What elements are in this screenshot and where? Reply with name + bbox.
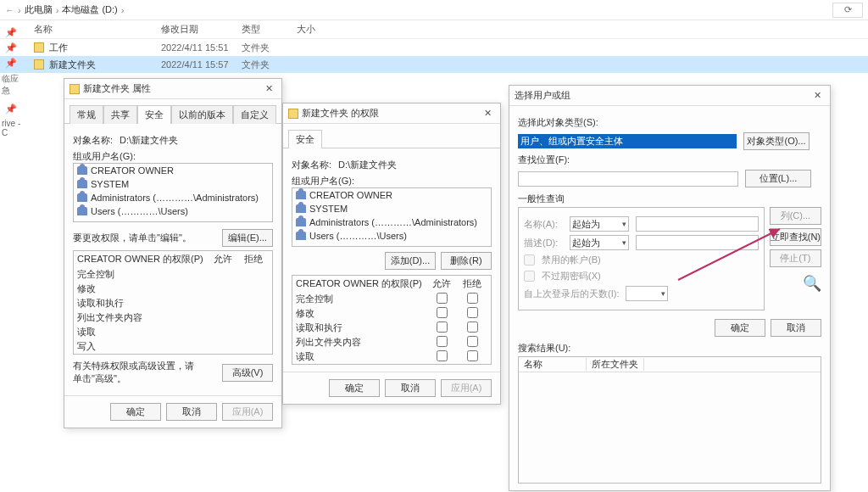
tab-security[interactable]: 安全 [137,105,171,124]
tab-security[interactable]: 安全 [288,130,322,148]
deny-check[interactable] [467,336,478,347]
allow-check[interactable] [437,350,448,361]
tab-prev[interactable]: 以前的版本 [171,105,233,124]
ok-button[interactable]: 确定 [715,319,765,337]
users-icon [77,207,87,215]
obj-type-label: 选择此对象类型(S): [518,116,821,129]
obj-type-value[interactable]: 用户、组或内置安全主体 [518,134,737,148]
col-size[interactable]: 大小 [297,23,348,36]
cancel-button[interactable]: 取消 [771,319,821,337]
location-button[interactable]: 位置(L)... [745,170,811,187]
tabs[interactable]: 安全 [283,124,500,148]
allow-check[interactable] [437,293,448,304]
col-type[interactable]: 类型 [242,23,297,36]
column-headers[interactable]: 名称 修改日期 类型 大小 [0,20,868,39]
pin-icon: 📌 [5,58,14,66]
col-folder[interactable]: 所在文件夹 [587,358,644,371]
list-item[interactable]: Users (…………\Users) [74,204,272,218]
cancel-button[interactable]: 取消 [166,403,217,421]
find-now-button[interactable]: 立即查找(N) [770,228,821,246]
results-list[interactable]: 名称 所在文件夹 [518,356,821,484]
file-row[interactable]: 新建文件夹 2022/4/11 15:57 文件夹 [0,56,868,73]
titlebar[interactable]: 选择用户或组 ✕ [509,86,830,106]
edit-button[interactable]: 编辑(E)... [222,229,273,247]
close-icon[interactable]: ✕ [261,83,276,94]
nav-back-icon[interactable]: ← [5,5,14,15]
list-item[interactable]: CREATOR OWNER [74,164,272,177]
deny-check[interactable] [467,293,478,304]
tabs[interactable]: 常规 共享 安全 以前的版本 自定义 [64,99,281,124]
obj-type-button[interactable]: 对象类型(O)... [743,132,810,150]
columns-button[interactable]: 列(C)... [770,207,821,225]
dlg-select-users[interactable]: 选择用户或组 ✕ 选择此对象类型(S): 用户、组或内置安全主体 对象类型(O)… [509,85,831,491]
breadcrumb-item[interactable]: 本地磁盘 (D:) [62,3,117,16]
close-icon[interactable]: ✕ [480,108,495,119]
dlg-permissions[interactable]: 新建文件夹 的权限 ✕ 安全 对象名称: D:\新建文件夹 组或用户名(G): … [282,103,501,405]
name-input[interactable] [636,216,759,232]
results-label: 搜索结果(U): [518,342,821,355]
name-match-select[interactable]: 起始为▾ [570,216,629,232]
days-select[interactable]: ▾ [626,286,668,301]
col-modified[interactable]: 修改日期 [161,23,242,36]
dlg-title: 选择用户或组 [515,89,570,102]
permissions-table: CREATOR OWNER 的权限(P) 允许 拒绝 完全控制 修改 读取和执行… [73,250,273,355]
group-list[interactable]: CREATOR OWNER SYSTEM Administrators (………… [292,187,492,247]
location-input[interactable] [518,171,738,187]
location-label: 查找位置(F): [518,154,821,166]
ok-button[interactable]: 确定 [329,379,380,397]
list-item[interactable]: Administrators (…………\Administrators) [292,215,491,229]
apply-button[interactable]: 应用(A) [222,403,273,421]
nav-fragment: rive - C [2,119,25,137]
chevron-down-icon: ▾ [661,289,665,298]
allow-check[interactable] [437,321,448,333]
disabled-accounts-label: 禁用的帐户(B) [542,254,601,266]
advanced-button[interactable]: 高级(V) [222,364,273,382]
dlg-title: 新建文件夹 属性 [83,82,151,95]
breadcrumb-item[interactable]: 此电脑 [25,3,53,16]
deny-check[interactable] [467,350,478,361]
col-name[interactable]: 名称 [34,23,161,36]
noexpire-check[interactable] [524,271,535,282]
folder-icon [34,59,44,70]
desc-input[interactable] [636,235,759,250]
days-label: 自上次登录后的天数(I): [524,288,619,300]
col-name[interactable]: 名称 [519,358,587,371]
allow-check[interactable] [437,336,448,347]
users-icon [77,193,87,202]
deny-check[interactable] [467,321,478,333]
list-item[interactable]: Users (…………\Users) [292,229,491,243]
ok-button[interactable]: 确定 [110,403,161,421]
file-list[interactable]: 工作 2022/4/11 15:51 文件夹 新建文件夹 2022/4/11 1… [0,39,868,73]
disabled-accounts-check[interactable] [524,254,535,266]
titlebar[interactable]: 新建文件夹 属性 ✕ [64,79,281,99]
file-row[interactable]: 工作 2022/4/11 15:51 文件夹 [0,39,868,56]
list-item[interactable]: SYSTEM [292,202,491,215]
cancel-button[interactable]: 取消 [385,379,436,397]
pin-icon: 📌 [5,103,14,112]
allow-check[interactable] [437,307,448,318]
tab-custom[interactable]: 自定义 [233,105,276,124]
desc-match-select[interactable]: 起始为▾ [570,235,629,250]
tab-general[interactable]: 常规 [70,105,103,124]
list-item[interactable]: SYSTEM [74,177,272,191]
users-icon [77,180,87,188]
file-type: 文件夹 [242,42,297,54]
remove-button[interactable]: 删除(R) [441,252,492,270]
deny-check[interactable] [467,307,478,318]
list-item[interactable]: Administrators (…………\Administrators) [74,191,272,204]
add-button[interactable]: 添加(D)... [385,252,436,270]
object-label: 对象名称: [73,134,113,147]
refresh-button[interactable]: ⟳ [832,3,863,18]
apply-button[interactable]: 应用(A) [441,379,492,397]
groups-label: 组或用户名(G): [292,176,354,186]
groups-label: 组或用户名(G): [73,151,136,161]
object-value: D:\新建文件夹 [338,159,397,171]
list-item[interactable]: CREATOR OWNER [292,188,491,202]
stop-button[interactable]: 停止(T) [770,249,821,267]
tab-share[interactable]: 共享 [103,105,137,124]
close-icon[interactable]: ✕ [810,90,825,101]
titlebar[interactable]: 新建文件夹 的权限 ✕ [283,103,500,124]
address-bar[interactable]: ← › 此电脑 › 本地磁盘 (D:) › ⟳ [0,0,868,20]
dlg-properties[interactable]: 新建文件夹 属性 ✕ 常规 共享 安全 以前的版本 自定义 对象名称: D:\新… [64,78,282,428]
group-list[interactable]: CREATOR OWNER SYSTEM Administrators (………… [73,163,273,222]
